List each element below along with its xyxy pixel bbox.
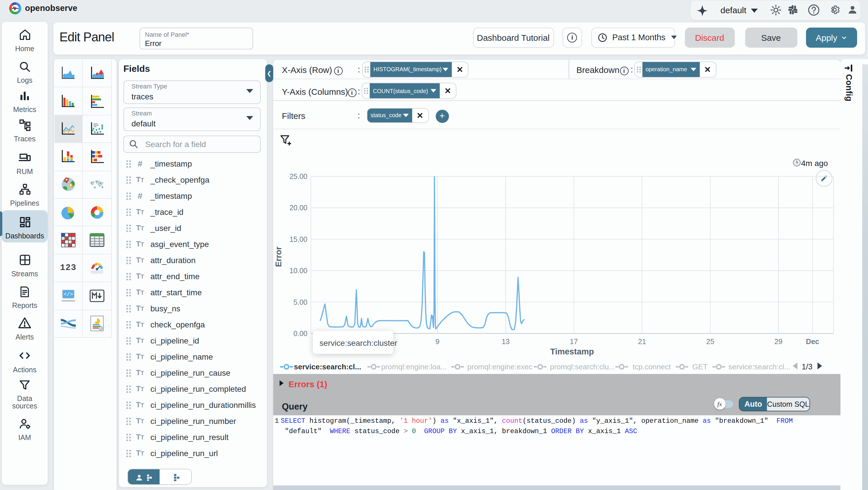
svg-text:</>: </>: [63, 291, 73, 297]
svg-text:13: 13: [501, 337, 509, 345]
svg-text:17: 17: [569, 337, 578, 345]
svg-text:20.00: 20.00: [289, 203, 307, 211]
svg-text:10.00: 10.00: [289, 266, 307, 274]
svg-text:Error: Error: [274, 247, 283, 267]
svg-text:25.00: 25.00: [289, 172, 307, 180]
svg-text:25: 25: [706, 337, 714, 345]
svg-text:Dec: Dec: [806, 337, 819, 345]
svg-text:9: 9: [435, 337, 439, 345]
svg-text:0.00: 0.00: [293, 329, 307, 337]
svg-text:15.00: 15.00: [289, 235, 307, 243]
svg-text:5.00: 5.00: [293, 298, 307, 306]
svg-text:29: 29: [774, 337, 782, 345]
svg-text:Timestamp: Timestamp: [550, 347, 594, 356]
svg-text:21: 21: [638, 337, 646, 345]
